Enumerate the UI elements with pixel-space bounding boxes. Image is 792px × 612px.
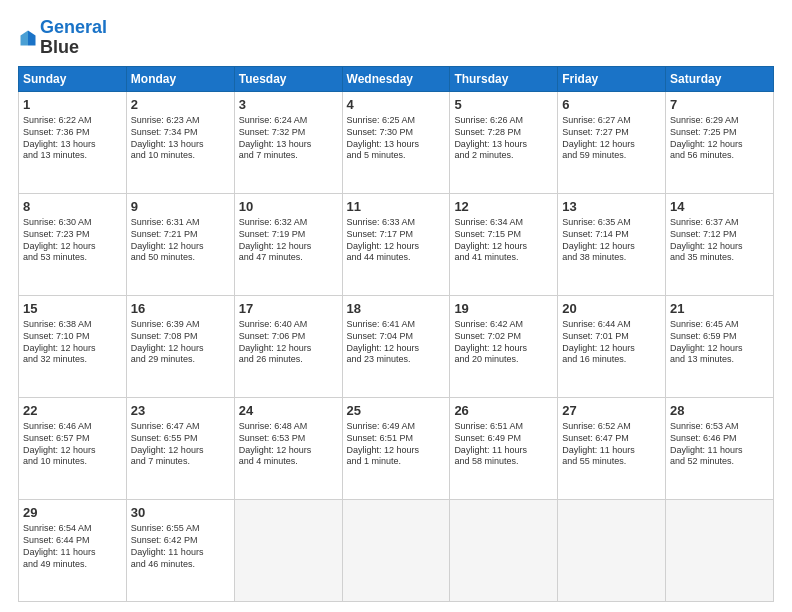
day-number: 26: [454, 402, 553, 420]
week-row-4: 22Sunrise: 6:46 AM Sunset: 6:57 PM Dayli…: [19, 397, 774, 499]
day-number: 18: [347, 300, 446, 318]
weekday-wednesday: Wednesday: [342, 66, 450, 91]
day-cell: 27Sunrise: 6:52 AM Sunset: 6:47 PM Dayli…: [558, 397, 666, 499]
day-number: 3: [239, 96, 338, 114]
day-info: Sunrise: 6:24 AM Sunset: 7:32 PM Dayligh…: [239, 115, 338, 162]
day-info: Sunrise: 6:54 AM Sunset: 6:44 PM Dayligh…: [23, 523, 122, 570]
day-number: 24: [239, 402, 338, 420]
day-number: 25: [347, 402, 446, 420]
day-number: 13: [562, 198, 661, 216]
day-info: Sunrise: 6:37 AM Sunset: 7:12 PM Dayligh…: [670, 217, 769, 264]
day-number: 29: [23, 504, 122, 522]
logo-icon: [18, 28, 38, 48]
day-number: 4: [347, 96, 446, 114]
day-info: Sunrise: 6:32 AM Sunset: 7:19 PM Dayligh…: [239, 217, 338, 264]
day-info: Sunrise: 6:55 AM Sunset: 6:42 PM Dayligh…: [131, 523, 230, 570]
day-number: 30: [131, 504, 230, 522]
day-cell: 22Sunrise: 6:46 AM Sunset: 6:57 PM Dayli…: [19, 397, 127, 499]
day-number: 19: [454, 300, 553, 318]
day-cell: 3Sunrise: 6:24 AM Sunset: 7:32 PM Daylig…: [234, 91, 342, 193]
logo-text: GeneralBlue: [40, 18, 107, 58]
week-row-3: 15Sunrise: 6:38 AM Sunset: 7:10 PM Dayli…: [19, 295, 774, 397]
week-row-5: 29Sunrise: 6:54 AM Sunset: 6:44 PM Dayli…: [19, 499, 774, 601]
day-cell: 23Sunrise: 6:47 AM Sunset: 6:55 PM Dayli…: [126, 397, 234, 499]
weekday-friday: Friday: [558, 66, 666, 91]
day-cell: 14Sunrise: 6:37 AM Sunset: 7:12 PM Dayli…: [666, 193, 774, 295]
day-cell: 20Sunrise: 6:44 AM Sunset: 7:01 PM Dayli…: [558, 295, 666, 397]
weekday-header-row: SundayMondayTuesdayWednesdayThursdayFrid…: [19, 66, 774, 91]
day-number: 12: [454, 198, 553, 216]
day-cell: 30Sunrise: 6:55 AM Sunset: 6:42 PM Dayli…: [126, 499, 234, 601]
day-cell: 6Sunrise: 6:27 AM Sunset: 7:27 PM Daylig…: [558, 91, 666, 193]
day-cell: 12Sunrise: 6:34 AM Sunset: 7:15 PM Dayli…: [450, 193, 558, 295]
day-info: Sunrise: 6:34 AM Sunset: 7:15 PM Dayligh…: [454, 217, 553, 264]
day-info: Sunrise: 6:41 AM Sunset: 7:04 PM Dayligh…: [347, 319, 446, 366]
day-cell: 24Sunrise: 6:48 AM Sunset: 6:53 PM Dayli…: [234, 397, 342, 499]
day-info: Sunrise: 6:31 AM Sunset: 7:21 PM Dayligh…: [131, 217, 230, 264]
day-info: Sunrise: 6:40 AM Sunset: 7:06 PM Dayligh…: [239, 319, 338, 366]
day-info: Sunrise: 6:23 AM Sunset: 7:34 PM Dayligh…: [131, 115, 230, 162]
day-number: 2: [131, 96, 230, 114]
weekday-tuesday: Tuesday: [234, 66, 342, 91]
calendar-body: 1Sunrise: 6:22 AM Sunset: 7:36 PM Daylig…: [19, 91, 774, 601]
day-info: Sunrise: 6:45 AM Sunset: 6:59 PM Dayligh…: [670, 319, 769, 366]
day-cell: [342, 499, 450, 601]
day-cell: 9Sunrise: 6:31 AM Sunset: 7:21 PM Daylig…: [126, 193, 234, 295]
day-number: 9: [131, 198, 230, 216]
day-info: Sunrise: 6:39 AM Sunset: 7:08 PM Dayligh…: [131, 319, 230, 366]
weekday-monday: Monday: [126, 66, 234, 91]
day-number: 23: [131, 402, 230, 420]
day-cell: [558, 499, 666, 601]
day-info: Sunrise: 6:35 AM Sunset: 7:14 PM Dayligh…: [562, 217, 661, 264]
day-info: Sunrise: 6:46 AM Sunset: 6:57 PM Dayligh…: [23, 421, 122, 468]
weekday-thursday: Thursday: [450, 66, 558, 91]
day-info: Sunrise: 6:22 AM Sunset: 7:36 PM Dayligh…: [23, 115, 122, 162]
day-number: 17: [239, 300, 338, 318]
day-cell: 29Sunrise: 6:54 AM Sunset: 6:44 PM Dayli…: [19, 499, 127, 601]
day-cell: [234, 499, 342, 601]
day-cell: 4Sunrise: 6:25 AM Sunset: 7:30 PM Daylig…: [342, 91, 450, 193]
day-info: Sunrise: 6:30 AM Sunset: 7:23 PM Dayligh…: [23, 217, 122, 264]
day-number: 14: [670, 198, 769, 216]
day-cell: 19Sunrise: 6:42 AM Sunset: 7:02 PM Dayli…: [450, 295, 558, 397]
day-cell: 26Sunrise: 6:51 AM Sunset: 6:49 PM Dayli…: [450, 397, 558, 499]
day-number: 11: [347, 198, 446, 216]
day-number: 15: [23, 300, 122, 318]
day-number: 28: [670, 402, 769, 420]
logo: GeneralBlue: [18, 18, 107, 58]
day-cell: 10Sunrise: 6:32 AM Sunset: 7:19 PM Dayli…: [234, 193, 342, 295]
day-number: 6: [562, 96, 661, 114]
day-info: Sunrise: 6:42 AM Sunset: 7:02 PM Dayligh…: [454, 319, 553, 366]
day-cell: 11Sunrise: 6:33 AM Sunset: 7:17 PM Dayli…: [342, 193, 450, 295]
day-number: 7: [670, 96, 769, 114]
day-info: Sunrise: 6:33 AM Sunset: 7:17 PM Dayligh…: [347, 217, 446, 264]
day-info: Sunrise: 6:27 AM Sunset: 7:27 PM Dayligh…: [562, 115, 661, 162]
day-info: Sunrise: 6:49 AM Sunset: 6:51 PM Dayligh…: [347, 421, 446, 468]
day-number: 21: [670, 300, 769, 318]
day-info: Sunrise: 6:25 AM Sunset: 7:30 PM Dayligh…: [347, 115, 446, 162]
day-cell: 16Sunrise: 6:39 AM Sunset: 7:08 PM Dayli…: [126, 295, 234, 397]
day-info: Sunrise: 6:53 AM Sunset: 6:46 PM Dayligh…: [670, 421, 769, 468]
day-cell: 15Sunrise: 6:38 AM Sunset: 7:10 PM Dayli…: [19, 295, 127, 397]
day-number: 22: [23, 402, 122, 420]
day-info: Sunrise: 6:26 AM Sunset: 7:28 PM Dayligh…: [454, 115, 553, 162]
page: GeneralBlue SundayMondayTuesdayWednesday…: [0, 0, 792, 612]
day-number: 27: [562, 402, 661, 420]
day-info: Sunrise: 6:38 AM Sunset: 7:10 PM Dayligh…: [23, 319, 122, 366]
header: GeneralBlue: [18, 18, 774, 58]
weekday-sunday: Sunday: [19, 66, 127, 91]
calendar-header: SundayMondayTuesdayWednesdayThursdayFrid…: [19, 66, 774, 91]
day-cell: 28Sunrise: 6:53 AM Sunset: 6:46 PM Dayli…: [666, 397, 774, 499]
day-info: Sunrise: 6:52 AM Sunset: 6:47 PM Dayligh…: [562, 421, 661, 468]
day-cell: 13Sunrise: 6:35 AM Sunset: 7:14 PM Dayli…: [558, 193, 666, 295]
day-cell: [666, 499, 774, 601]
day-cell: [450, 499, 558, 601]
day-cell: 7Sunrise: 6:29 AM Sunset: 7:25 PM Daylig…: [666, 91, 774, 193]
week-row-2: 8Sunrise: 6:30 AM Sunset: 7:23 PM Daylig…: [19, 193, 774, 295]
day-number: 8: [23, 198, 122, 216]
day-number: 5: [454, 96, 553, 114]
day-cell: 21Sunrise: 6:45 AM Sunset: 6:59 PM Dayli…: [666, 295, 774, 397]
day-info: Sunrise: 6:47 AM Sunset: 6:55 PM Dayligh…: [131, 421, 230, 468]
day-info: Sunrise: 6:44 AM Sunset: 7:01 PM Dayligh…: [562, 319, 661, 366]
day-cell: 5Sunrise: 6:26 AM Sunset: 7:28 PM Daylig…: [450, 91, 558, 193]
